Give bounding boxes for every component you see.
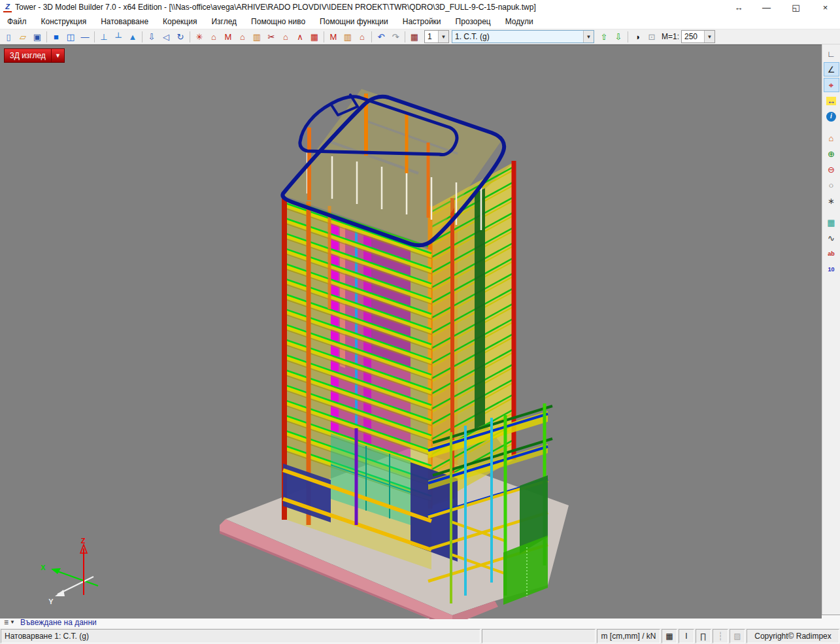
load-rotate-button[interactable]: ↻ [173,30,188,43]
load-area-button[interactable]: ◁ [159,30,173,43]
storey-multiply-button[interactable]: ▦ [307,30,322,43]
model-3d-view: X Y Z [0,45,822,619]
angle-snap-button[interactable]: ∠ [824,62,839,76]
view-solid-button[interactable]: ■ [49,30,63,43]
menu-item-view[interactable]: Изглед [204,14,244,29]
dark-green-wall [475,188,485,429]
scale-combo[interactable]: 250 ▼ [681,30,715,43]
toolbar-separator [405,31,405,42]
support-cone-button[interactable]: ▲ [126,30,140,43]
redo-button[interactable]: ↷ [388,30,403,43]
storey-manager-button[interactable]: ⌂ [355,30,369,43]
coord-system-button[interactable]: ∟ [824,46,839,61]
menu-item-loading[interactable]: Натоварване [93,14,156,29]
undo-button[interactable]: ↶ [374,30,388,43]
level-combo[interactable]: 1 ▼ [424,30,449,43]
chevron-down-icon[interactable]: ▼ [583,31,594,42]
menu-item-correction[interactable]: Корекция [156,14,204,29]
app-logo-icon: Z [3,3,12,12]
angle-snap-icon: ∠ [828,65,835,74]
support-point-button[interactable]: ┴ [111,30,126,43]
hatch-toggle[interactable]: ▨ [730,629,745,643]
open-file-button[interactable]: ▱ [16,30,30,43]
axis-indicator: X Y Z [41,537,98,605]
paste-storey-button[interactable]: ▥ [341,30,355,43]
minimize-button[interactable]: — [752,0,781,14]
menu-item-modules[interactable]: Модули [498,14,541,29]
mesh-regenerate-button[interactable]: ✳ [192,30,207,43]
view-section-button[interactable]: ◫ [63,30,78,43]
cut-elements-button[interactable]: ✂ [264,30,278,43]
zoom-home-button[interactable]: ⌂ [824,131,839,145]
axis-z-label: Z [81,537,86,545]
chevron-down-icon[interactable]: ▼ [438,31,448,42]
restore-button[interactable]: ◱ [781,0,811,14]
axis-x-label: X [41,564,46,571]
zoom-out-icon: ⊖ [828,165,835,174]
chevron-down-icon[interactable]: ▼ [51,49,64,62]
vertical-guide-toggle[interactable]: ┆ [713,629,728,643]
menu-item-file[interactable]: Файл [0,14,34,29]
storey-up-button[interactable]: ⌂ [207,30,221,43]
storey-insert-button[interactable]: ⌂ [278,30,293,43]
toolbar-separator [628,31,628,42]
menu-item-settings[interactable]: Настройки [395,14,448,29]
status-toggle-group: ▦I∏┆▨ [662,629,745,643]
section-line-button[interactable]: ∿ [824,231,839,245]
storey-mirror-button[interactable]: M [221,30,235,43]
toolbar-separator [190,31,190,42]
menu-item-construction[interactable]: Конструкция [34,14,94,29]
menu-item-aux-level[interactable]: Помощно ниво [244,14,312,29]
coord-system-icon: ∟ [827,50,835,58]
storey-add-button[interactable]: ⌂ [235,30,250,43]
measure-button[interactable]: ↔ [824,93,839,108]
model-canvas[interactable]: 3Д изглед ▼ [0,44,822,619]
support-line-button[interactable]: ⊥ [97,30,111,43]
toolbar-left-group: ▯▱▣■◫—⊥┴▲⇩◁↻✳⌂M⌂▥✂⌂∧▦M▥⌂↶↷▦ [1,30,422,43]
info-button[interactable]: i [824,109,839,124]
load-transfer-button[interactable]: ⇩ [144,30,159,43]
mesh-grid-icon: ▦ [827,218,835,227]
draw-beam-button[interactable]: — [78,30,92,43]
section-line-icon: ∿ [828,234,835,243]
copy-to-storey-button[interactable]: ▥ [250,30,264,43]
save-file-button[interactable]: ▣ [30,30,44,43]
toolbar-separator [324,31,324,42]
toolbar-separator [94,31,95,42]
menu-item-aux-functions[interactable]: Помощни функции [312,14,395,29]
resize-icon[interactable]: ↔ [726,0,752,14]
cursor-i-toggle[interactable]: I [679,629,694,643]
selection-box-button[interactable]: ⊡ [645,30,659,43]
zoom-out-button[interactable]: ⊖ [824,162,839,177]
toolbar-separator [371,31,372,42]
status-bar: Натоварване 1: С.Т. (g) m [cm,mm] / kN ▦… [0,628,840,644]
units-status[interactable]: m [cm,mm] / kN [597,629,660,643]
main-area: 3Д изглед ▼ [0,44,840,615]
mirror-storey-button[interactable]: M [326,30,341,43]
contrast-button[interactable]: ◑ [630,30,645,43]
loadcase-combo[interactable]: 1. С.Т. (g) ▼ [452,30,594,43]
zoom-in-icon: ⊕ [828,150,835,158]
tables-button[interactable]: ▦ [407,30,422,43]
text-labels-button[interactable]: ab [824,246,839,261]
chevron-down-icon[interactable]: ▼ [704,31,714,42]
window-controls: ↔ — ◱ × [726,0,840,14]
storey-roof-button[interactable]: ∧ [293,30,307,43]
zoom-in-button[interactable]: ⊕ [824,146,839,161]
pan-icon: ∗ [828,197,835,205]
zoom-window-button[interactable]: ○ [824,178,839,192]
menu-item-window[interactable]: Прозорец [448,14,498,29]
raster-toggle[interactable]: ▦ [662,629,677,643]
pan-button[interactable]: ∗ [824,194,839,208]
new-file-button[interactable]: ▯ [1,30,16,43]
close-button[interactable]: × [811,0,840,14]
section-symbol-toggle[interactable]: ∏ [696,629,711,643]
import-level-button[interactable]: ⇧ [597,30,611,43]
export-level-button[interactable]: ⇩ [611,30,626,43]
dimension-button[interactable]: 10 [824,262,839,277]
mesh-grid-button[interactable]: ▦ [824,215,839,229]
point-snap-button[interactable]: ⌖ [824,78,839,92]
loadcase-combo-value: 1. С.Т. (g) [452,32,583,41]
dimension-icon: 10 [828,267,834,273]
view-mode-button[interactable]: 3Д изглед ▼ [4,48,65,63]
